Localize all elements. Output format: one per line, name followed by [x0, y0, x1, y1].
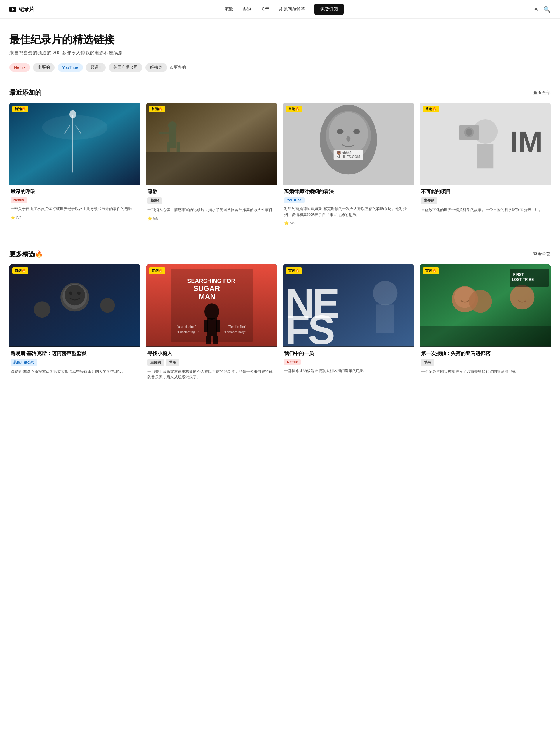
source-tag-3: YouTube: [284, 197, 305, 203]
more-picks-section: 更多精选🔥 查看全部: [0, 240, 560, 387]
svg-text:"Terrific film": "Terrific film": [228, 325, 246, 329]
svg-rect-56: [376, 305, 394, 333]
recently-added-see-all[interactable]: 查看全部: [533, 90, 551, 96]
svg-rect-14: [159, 132, 169, 134]
card-prison[interactable]: 首选🔥 路易斯·塞洛克斯：迈阿密巨型监狱 英国广播公司 路易斯·塞洛克斯探索迈阿…: [9, 264, 141, 387]
card-desc-3: 对纽约离婚律师詹姆斯·塞克斯顿的一次令人难以置信的软助采访。他对婚姻、爱情和离婚…: [284, 206, 413, 217]
svg-text:"astonishing": "astonishing": [177, 325, 196, 329]
more-picks-see-all[interactable]: 查看全部: [533, 252, 551, 257]
card-desc-6: 一部关于音乐家罗德里格斯的令人难以置信的纪录片，他是一位来自底特律的音乐家，后来…: [147, 369, 276, 380]
card-thumb-evacuate: 首选🔥: [146, 103, 277, 185]
more-picks-header: 更多精选🔥 查看全部: [9, 250, 551, 259]
source-tag-6b: 苹果: [166, 359, 179, 366]
svg-point-20: [353, 129, 360, 134]
hero-subtitle: 来自您喜爱的频道的 200 多部令人惊叹的电影和连续剧: [9, 50, 551, 56]
card-thumb-prison: 首选🔥: [9, 264, 141, 346]
card-body-6: 寻找小糖人 主要的 苹果 一部关于音乐家罗德里格斯的令人难以置信的纪录片，他是一…: [146, 347, 277, 387]
navbar: 纪录片 流派 渠道 关于 常见问题解答 免费订阅 ☀ 🔍: [0, 0, 560, 19]
card-thumb-sugarman: SEARCHING FOR SUGAR MAN "astonishing" "F…: [146, 264, 277, 346]
svg-rect-12: [167, 142, 170, 152]
source-tag-7: Netflix: [284, 359, 301, 365]
card-oneofus[interactable]: NE FS 首选🔥 我们中的一员 Netflix 一部探索纽约极端正统犹太社区闭…: [283, 264, 414, 387]
card-desc-2: 一部扣人心弦、情感丰富的纪录片，揭示了英国从阿富汗撤离的毁灭性事件: [147, 207, 276, 213]
hero-title: 最佳纪录片的精选链接: [9, 33, 551, 47]
card-title-1: 最深的呼吸: [10, 188, 139, 195]
source-row-6: 主要的 苹果: [147, 359, 276, 366]
tag-channel4[interactable]: 频道4: [86, 63, 106, 72]
svg-point-5: [70, 110, 76, 118]
badge-1: 首选🔥: [12, 106, 28, 113]
card-firstcontact[interactable]: FIRST LOST TRIBE 首选🔥 第一次接触：失落的亚马逊部落 苹果 一…: [420, 264, 551, 387]
source-tag-4: 主要的: [421, 197, 437, 204]
card-thumb-deep: 首选🔥: [9, 103, 141, 185]
nav-about[interactable]: 关于: [261, 6, 269, 12]
tag-netflix[interactable]: Netflix: [9, 64, 30, 72]
badge-7: 首选🔥: [286, 267, 302, 274]
card-rating-1: ⭐ 5/5: [10, 215, 139, 220]
card-body-8: 第一次接触：失落的亚马逊部落 苹果 一个纪录片团队独家进入了以前未曾接触过的亚马…: [420, 347, 551, 381]
theme-toggle-button[interactable]: ☀: [533, 6, 539, 13]
card-title-4: 不可能的项目: [421, 188, 550, 195]
card-thumb-lawyer: 首选🔥 🐻 ahhhfsAHHHFS.COM: [283, 103, 414, 185]
svg-rect-46: [205, 336, 211, 345]
tag-youtube[interactable]: YouTube: [57, 64, 83, 72]
card-thumb-firstcontact: FIRST LOST TRIBE 首选🔥: [420, 264, 551, 346]
svg-rect-58: [420, 326, 551, 347]
card-title-6: 寻找小糖人: [147, 350, 276, 357]
nav-genre[interactable]: 流派: [224, 6, 233, 12]
nav-icon-group: ☀ 🔍: [533, 6, 551, 13]
card-lawyer[interactable]: 首选🔥 🐻 ahhhfsAHHHFS.COM 离婚律师对婚姻的看法 YouTub…: [283, 103, 414, 229]
svg-text:MAN: MAN: [198, 293, 215, 301]
search-button[interactable]: 🔍: [543, 6, 551, 13]
svg-rect-43: [207, 318, 217, 336]
svg-point-61: [469, 290, 492, 313]
card-body-4: 不可能的项目 主要的 日益数字化的世界中模拟科学的故事。一位古怪的科学家兴宝丽来…: [420, 185, 551, 220]
svg-text:LOST TRIBE: LOST TRIBE: [512, 278, 534, 282]
svg-point-42: [204, 303, 219, 320]
svg-rect-13: [176, 142, 179, 152]
svg-rect-9: [146, 152, 277, 185]
svg-point-3: [42, 115, 107, 140]
svg-point-27: [465, 129, 472, 136]
svg-point-62: [510, 285, 534, 309]
card-thumb-impossible: IM 首选🔥: [420, 103, 551, 185]
subscribe-button[interactable]: 免费订阅: [314, 3, 344, 15]
svg-point-33: [69, 291, 72, 295]
source-tag-8: 苹果: [421, 359, 434, 366]
svg-point-36: [100, 298, 115, 313]
svg-text:"Extraordinary": "Extraordinary": [224, 330, 246, 334]
card-evacuate[interactable]: 首选🔥 疏散 频道4 一部扣人心弦、情感丰富的纪录片，揭示了英国从阿富汗撤离的毁…: [146, 103, 277, 229]
svg-rect-24: [477, 144, 493, 168]
svg-point-34: [77, 291, 80, 295]
card-body-7: 我们中的一员 Netflix 一部探索纽约极端正统犹太社区闭门造车的电影: [283, 347, 414, 381]
card-title-5: 路易斯·塞洛克斯：迈阿密巨型监狱: [10, 350, 139, 357]
svg-text:SUGAR: SUGAR: [193, 284, 220, 293]
svg-point-18: [329, 112, 368, 155]
card-body-2: 疏散 频道4 一部扣人心弦、情感丰富的纪录片，揭示了英国从阿富汗撤离的毁灭性事件…: [146, 185, 277, 224]
svg-text:FIRST: FIRST: [513, 273, 524, 277]
card-title-8: 第一次接触：失落的亚马逊部落: [421, 350, 550, 357]
svg-point-55: [373, 281, 397, 305]
source-tag-1: Netflix: [10, 197, 27, 203]
card-body-5: 路易斯·塞洛克斯：迈阿密巨型监狱 英国广播公司 路易斯·塞洛克斯探索迈阿密立大型…: [9, 347, 141, 381]
tag-vimeo[interactable]: 维梅奥: [145, 63, 167, 72]
card-impossible[interactable]: IM 首选🔥 不可能的项目 主要的 日益数字化的世界中模拟科学的故事。一位古怪的…: [420, 103, 551, 229]
card-deep-breath[interactable]: 首选🔥 最深的呼吸 Netflix 一部关于自由潜水员尝试打破世界纪录以及由此导…: [9, 103, 141, 229]
site-logo[interactable]: 纪录片: [9, 6, 34, 13]
svg-point-21: [346, 136, 350, 142]
recently-added-grid: 首选🔥 最深的呼吸 Netflix 一部关于自由潜水员尝试打破世界纪录以及由此导…: [9, 103, 551, 229]
card-desc-5: 路易斯·塞洛克斯探索迈阿密立大型监狱中等待审判的人的可怕现实。: [10, 369, 139, 375]
recently-added-section: 最近添加的 查看全部: [0, 79, 560, 229]
svg-point-19: [337, 129, 343, 134]
tag-bbc[interactable]: 英国广播公司: [108, 63, 143, 72]
tag-main[interactable]: 主要的: [33, 63, 55, 72]
card-sugarman[interactable]: SEARCHING FOR SUGAR MAN "astonishing" "F…: [146, 264, 277, 387]
badge-8: 首选🔥: [423, 267, 439, 274]
nav-faq[interactable]: 常见问题解答: [279, 6, 305, 12]
card-desc-4: 日益数字化的世界中模拟科学的故事。一位古怪的科学家兴宝丽来工厂。: [421, 207, 550, 213]
svg-rect-44: [203, 320, 208, 332]
nav-channel[interactable]: 渠道: [243, 6, 251, 12]
card-body-3: 离婚律师对婚姻的看法 YouTube 对纽约离婚律师詹姆斯·塞克斯顿的一次令人难…: [283, 185, 414, 229]
svg-point-35: [34, 301, 50, 318]
nav-links: 流派 渠道 关于 常见问题解答 免费订阅: [224, 3, 344, 15]
